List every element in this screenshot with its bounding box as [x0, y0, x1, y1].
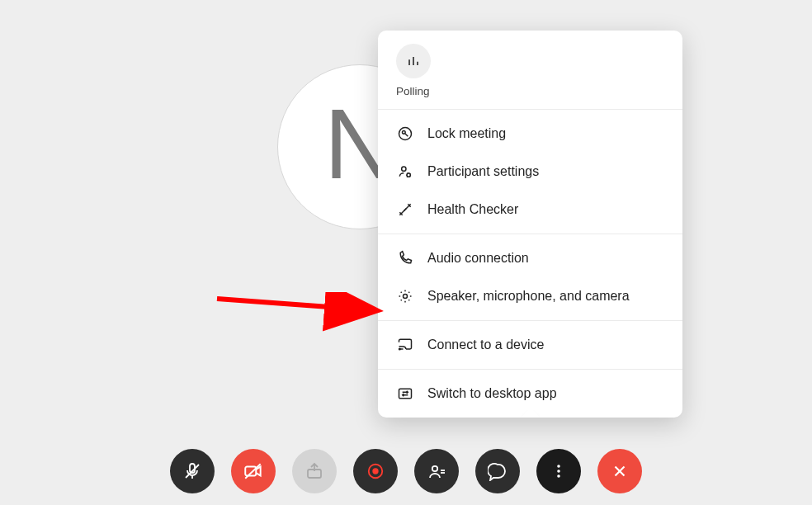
polling-label: Polling [396, 85, 664, 97]
meeting-toolbar [0, 449, 812, 493]
mute-button[interactable] [170, 449, 215, 493]
participants-button[interactable] [414, 449, 459, 493]
share-icon [304, 461, 324, 481]
gear-icon [396, 287, 414, 305]
menu-item-label: Participant settings [427, 164, 539, 179]
more-options-button[interactable] [536, 449, 581, 493]
menu-item-polling[interactable]: Polling [378, 31, 682, 109]
menu-item-label: Switch to desktop app [427, 386, 557, 401]
menu-item-lock-meeting[interactable]: Lock meeting [378, 115, 682, 153]
svg-point-23 [557, 465, 560, 468]
svg-point-8 [404, 295, 408, 299]
video-off-button[interactable] [231, 449, 276, 493]
more-options-menu: Polling Lock meeting Participant setting… [378, 31, 682, 418]
menu-item-label: Audio connection [427, 251, 529, 266]
menu-item-label: Lock meeting [427, 126, 506, 141]
tools-icon [396, 201, 414, 219]
menu-item-label: Speaker, microphone, and camera [427, 289, 630, 304]
menu-item-health-checker[interactable]: Health Checker [378, 191, 682, 229]
cast-icon [396, 336, 414, 354]
menu-item-speaker-mic-camera[interactable]: Speaker, microphone, and camera [378, 277, 682, 315]
person-gear-icon [396, 163, 414, 181]
svg-point-9 [399, 348, 401, 350]
mic-off-icon [182, 461, 202, 481]
svg-rect-10 [399, 389, 412, 399]
phone-icon [396, 249, 414, 267]
key-icon [396, 125, 414, 143]
annotation-arrow [213, 292, 394, 342]
people-icon [427, 461, 446, 481]
menu-item-connect-device[interactable]: Connect to a device [378, 326, 682, 364]
close-icon [611, 462, 629, 480]
poll-icon [396, 44, 431, 78]
svg-point-19 [372, 468, 378, 474]
camera-off-icon [243, 460, 264, 482]
menu-item-switch-desktop[interactable]: Switch to desktop app [378, 375, 682, 413]
share-button[interactable] [292, 449, 337, 493]
chat-button[interactable] [475, 449, 520, 493]
menu-item-audio-connection[interactable]: Audio connection [378, 239, 682, 277]
chat-icon [488, 461, 508, 481]
svg-point-25 [557, 474, 560, 478]
svg-line-5 [405, 134, 408, 136]
leave-button[interactable] [597, 449, 642, 493]
svg-line-11 [217, 299, 374, 310]
svg-point-20 [432, 466, 437, 471]
record-button[interactable] [353, 449, 398, 493]
svg-point-6 [402, 167, 406, 171]
svg-point-7 [407, 173, 410, 177]
menu-item-label: Connect to a device [427, 337, 544, 352]
menu-item-label: Health Checker [427, 202, 518, 217]
ellipsis-icon [549, 461, 569, 481]
svg-point-24 [557, 470, 560, 473]
record-icon [366, 462, 385, 480]
svg-point-4 [403, 131, 406, 135]
swap-icon [396, 385, 414, 403]
menu-item-participant-settings[interactable]: Participant settings [378, 153, 682, 191]
